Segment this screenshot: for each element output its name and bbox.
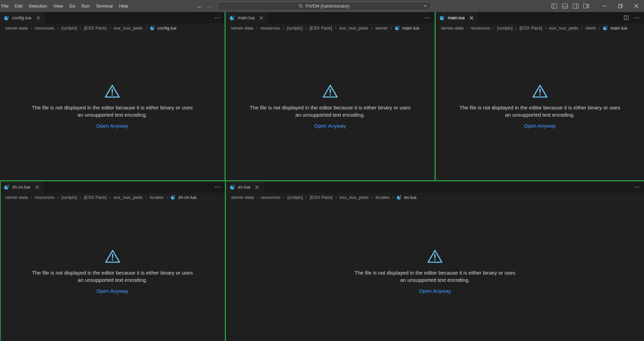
breadcrumb-item[interactable]: esx_nuo_peds bbox=[339, 25, 375, 31]
toggle-panel-icon[interactable] bbox=[561, 2, 569, 10]
breadcrumb-item[interactable]: server bbox=[375, 25, 395, 31]
restore-button[interactable] bbox=[612, 0, 628, 12]
breadcrumb-item[interactable]: esx_nuo_peds bbox=[549, 25, 585, 31]
breadcrumb-item[interactable]: server-data bbox=[231, 195, 261, 200]
open-anyway-link[interactable]: Open Anyway bbox=[96, 123, 128, 129]
breadcrumb-item[interactable]: [ESX Pack] bbox=[84, 25, 114, 31]
more-actions-icon[interactable] bbox=[214, 15, 220, 21]
breadcrumb-item[interactable]: server-data bbox=[231, 25, 260, 31]
menu-go[interactable]: Go bbox=[66, 0, 78, 12]
search-icon bbox=[299, 4, 303, 8]
menu-edit[interactable]: Edit bbox=[12, 0, 25, 12]
more-actions-icon[interactable] bbox=[634, 15, 640, 21]
more-actions-icon[interactable] bbox=[215, 184, 221, 190]
window-controls bbox=[550, 0, 644, 12]
lua-file-icon bbox=[170, 195, 176, 200]
breadcrumb-item[interactable]: [scripts] bbox=[62, 195, 84, 200]
breadcrumb-item[interactable]: locales bbox=[376, 195, 397, 200]
lua-file-icon bbox=[603, 25, 608, 31]
open-anyway-link[interactable]: Open Anyway bbox=[524, 123, 556, 129]
open-anyway-link[interactable]: Open Anyway bbox=[96, 288, 128, 294]
minimize-button[interactable] bbox=[596, 0, 612, 12]
close-tab-icon[interactable] bbox=[258, 14, 265, 21]
menu-view[interactable]: View bbox=[50, 0, 66, 12]
breadcrumb: server-data resources [scripts] [ESX Pac… bbox=[226, 23, 435, 32]
tab-bar: config.lua bbox=[0, 12, 225, 23]
breadcrumb-item[interactable]: [scripts] bbox=[287, 25, 310, 31]
editor-group-top-middle: main.lua server-data resources [scripts]… bbox=[226, 12, 435, 180]
breadcrumb-item[interactable]: server-data bbox=[5, 195, 35, 200]
breadcrumb-item[interactable]: [ESX Pack] bbox=[310, 25, 339, 31]
breadcrumb: server-data resources [scripts] [ESX Pac… bbox=[0, 23, 225, 32]
editor-actions bbox=[215, 181, 225, 193]
history-nav: FIVEM [Administrator] bbox=[196, 0, 431, 12]
warning-icon bbox=[532, 84, 548, 98]
open-anyway-link[interactable]: Open Anyway bbox=[314, 123, 346, 129]
breadcrumb-item[interactable]: resources bbox=[35, 195, 61, 200]
customize-layout-icon[interactable] bbox=[582, 2, 590, 10]
editor-group-divider[interactable] bbox=[0, 180, 644, 181]
breadcrumb-item[interactable]: esx_nuo_peds bbox=[340, 195, 376, 200]
warning-icon bbox=[322, 84, 338, 98]
toggle-secondary-sidebar-icon[interactable] bbox=[571, 2, 580, 10]
breadcrumb-item[interactable]: [scripts] bbox=[288, 195, 310, 200]
breadcrumb-item[interactable]: esx_nuo_peds bbox=[114, 25, 150, 31]
breadcrumb-file[interactable]: main.lua bbox=[603, 25, 627, 31]
breadcrumb-item[interactable]: resources bbox=[470, 25, 497, 31]
tab-main-lua-server[interactable]: main.lua bbox=[226, 12, 269, 23]
editor-group-divider[interactable] bbox=[225, 12, 226, 180]
menu-terminal[interactable]: Terminal bbox=[93, 0, 116, 12]
breadcrumb-item[interactable]: [ESX Pack] bbox=[310, 195, 340, 200]
close-tab-icon[interactable] bbox=[34, 184, 41, 191]
lua-file-icon bbox=[4, 15, 9, 21]
breadcrumb-item[interactable]: server-data bbox=[5, 25, 35, 31]
close-window-button[interactable] bbox=[628, 0, 644, 12]
menu-run[interactable]: Run bbox=[78, 0, 93, 12]
breadcrumb-file[interactable]: zh-cn.lua bbox=[170, 195, 196, 200]
breadcrumb-item[interactable]: [ESX Pack] bbox=[520, 25, 549, 31]
breadcrumb-item[interactable]: server-data bbox=[441, 25, 470, 31]
toggle-primary-sidebar-icon[interactable] bbox=[550, 2, 558, 10]
editor-group-bottom-left: zh-cn.lua server-data resources [scripts… bbox=[0, 181, 225, 341]
breadcrumb-item[interactable]: [scripts] bbox=[497, 25, 520, 31]
more-actions-icon[interactable] bbox=[424, 15, 430, 21]
breadcrumb-item[interactable]: [scripts] bbox=[62, 25, 84, 31]
chevron-down-icon[interactable] bbox=[423, 3, 428, 8]
breadcrumb-item[interactable]: resources bbox=[35, 25, 61, 31]
lua-file-icon bbox=[396, 195, 402, 200]
tab-zh-cn-lua[interactable]: zh-cn.lua bbox=[0, 181, 45, 193]
tab-en-lua[interactable]: en.lua bbox=[226, 181, 264, 193]
editor-group-top-left: config.lua server-data resources [script… bbox=[0, 12, 225, 180]
close-tab-icon[interactable] bbox=[253, 184, 260, 191]
command-center-search[interactable]: FIVEM [Administrator] bbox=[217, 2, 431, 11]
close-tab-icon[interactable] bbox=[35, 14, 42, 21]
close-tab-icon[interactable] bbox=[468, 14, 475, 21]
tab-bar: main.lua bbox=[226, 12, 435, 23]
more-actions-icon[interactable] bbox=[634, 184, 640, 190]
breadcrumb: server-data resources [scripts] [ESX Pac… bbox=[0, 193, 225, 202]
menu-help[interactable]: Help bbox=[116, 0, 131, 12]
tab-config-lua[interactable]: config.lua bbox=[0, 12, 46, 23]
breadcrumb-item[interactable]: locales bbox=[150, 195, 171, 200]
binary-file-notice: The file is not displayed in the editor … bbox=[0, 32, 225, 180]
split-editor-icon[interactable] bbox=[624, 15, 629, 20]
editor-group-divider[interactable] bbox=[435, 12, 436, 180]
menu-selection[interactable]: Selection bbox=[25, 0, 50, 12]
breadcrumb-item[interactable]: [ESX Pack] bbox=[84, 195, 114, 200]
open-anyway-link[interactable]: Open Anyway bbox=[419, 288, 451, 294]
breadcrumb-file[interactable]: main.lua bbox=[395, 25, 419, 31]
go-back-icon[interactable] bbox=[196, 2, 203, 10]
breadcrumb-item[interactable]: client bbox=[585, 25, 603, 31]
warning-icon bbox=[427, 249, 443, 264]
editor-group-divider[interactable] bbox=[225, 181, 226, 341]
breadcrumb-file[interactable]: config.lua bbox=[150, 25, 177, 31]
tab-main-lua-client[interactable]: main.lua bbox=[436, 12, 479, 23]
breadcrumb-item[interactable]: resources bbox=[260, 25, 287, 31]
menu-file[interactable]: File bbox=[0, 0, 12, 12]
breadcrumb-item[interactable]: resources bbox=[261, 195, 287, 200]
breadcrumb-item[interactable]: esx_nuo_peds bbox=[114, 195, 150, 200]
breadcrumb-file[interactable]: en.lua bbox=[396, 195, 416, 200]
tab-label: main.lua bbox=[448, 15, 465, 20]
editor-actions bbox=[634, 181, 644, 193]
go-forward-icon[interactable] bbox=[205, 2, 212, 10]
